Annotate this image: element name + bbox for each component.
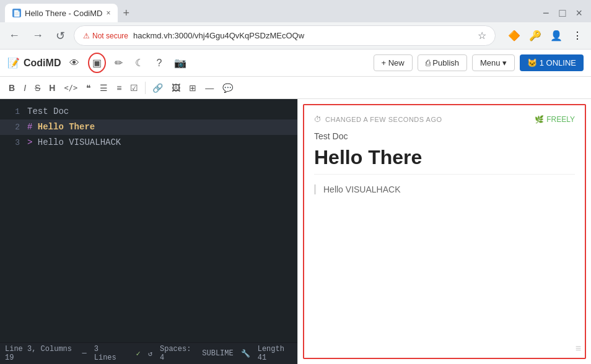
preview-doc-title: Test Doc: [314, 131, 575, 141]
heading-button[interactable]: H: [45, 80, 59, 95]
preview-blockquote: Hello VISUALHACK: [314, 184, 575, 194]
ul-button[interactable]: ☰: [96, 80, 112, 95]
browser-actions: 🔶 🔑 👤 ⋮: [506, 27, 586, 45]
blockquote-text: Hello VISUALHACK: [323, 184, 401, 194]
status-wrench-icon: 🔧: [241, 349, 250, 358]
refresh-button[interactable]: ↺: [52, 27, 69, 45]
online-button[interactable]: 🐱 1 ONLINE: [520, 54, 584, 71]
main-content: 1 Test Doc 2 # Hello There 3 > Hello VIS…: [0, 99, 591, 364]
browser-tab[interactable]: 📄 Hello There - CodiMD ×: [5, 4, 118, 22]
edit-button[interactable]: ✏: [111, 53, 126, 72]
tab-close-button[interactable]: ×: [106, 9, 110, 17]
app-logo: 📝 CodiMD: [7, 57, 61, 69]
close-window-button[interactable]: ×: [572, 4, 586, 22]
preview-meta-left: ⏱ CHANGED A FEW SECONDS AGO: [314, 115, 442, 124]
title-bar: 📄 Hello There - CodiMD × + − □ ×: [0, 0, 591, 22]
help-button[interactable]: ?: [152, 54, 165, 72]
editor-pane[interactable]: 1 Test Doc 2 # Hello There 3 > Hello VIS…: [0, 99, 297, 364]
line-content-2: # Hello There: [27, 120, 292, 134]
ol-button[interactable]: ≡: [113, 80, 125, 95]
logo-icon: 📝: [7, 57, 20, 69]
menu-button[interactable]: Menu ▾: [472, 54, 515, 71]
status-mode: SUBLIME: [202, 349, 233, 358]
editor-line-2: 2 # Hello There: [0, 119, 297, 135]
camera-button[interactable]: 📷: [170, 53, 190, 72]
status-position: Line 3, Columns 19: [5, 345, 75, 362]
forward-button[interactable]: →: [28, 27, 47, 45]
minimize-button[interactable]: −: [539, 4, 553, 22]
back-button[interactable]: ←: [5, 27, 24, 45]
new-tab-button[interactable]: +: [120, 4, 132, 22]
maximize-button[interactable]: □: [556, 4, 570, 22]
security-warning-icon: ⚠: [83, 32, 90, 40]
status-lines-sep: —: [82, 349, 87, 358]
table-button[interactable]: ⊞: [185, 80, 200, 95]
clock-icon: ⏱: [314, 115, 322, 124]
security-label: Not secure: [92, 32, 128, 40]
logo-text: CodiMD: [24, 58, 61, 69]
checkbox-button[interactable]: ☑: [126, 80, 142, 95]
view-button[interactable]: 👁: [66, 54, 83, 72]
new-button[interactable]: + New: [374, 54, 413, 71]
changed-label: CHANGED A FEW SECONDS AGO: [325, 116, 442, 123]
hr-button[interactable]: —: [201, 80, 217, 95]
editor-line-3: 3 > Hello VISUALHACK: [0, 135, 297, 150]
browser-chrome: 📄 Hello There - CodiMD × + − □ × ← → ↺ ⚠…: [0, 0, 591, 50]
line-content-3: > Hello VISUALHACK: [27, 136, 292, 149]
preview-outline: ⏱ CHANGED A FEW SECONDS AGO 🌿 FREELY Tes…: [303, 104, 586, 359]
strikethrough-button[interactable]: S: [31, 80, 44, 95]
status-undo-icon: ↺: [148, 349, 152, 358]
line-number-2: 2: [5, 121, 20, 134]
italic-button[interactable]: I: [20, 80, 30, 95]
extension3-button[interactable]: 👤: [548, 27, 565, 45]
nav-bar: ← → ↺ ⚠ Not secure hackmd.vh:3000/vhj4Gg…: [0, 22, 591, 50]
quote-button[interactable]: ❝: [82, 80, 95, 95]
preview-heading: Hello There: [314, 146, 575, 175]
dual-view-button[interactable]: ▣: [88, 53, 106, 73]
leaf-icon: 🌿: [535, 115, 544, 124]
extension2-button[interactable]: 🔑: [527, 27, 544, 45]
line-number-3: 3: [5, 137, 20, 150]
editor-line-1: 1 Test Doc: [0, 104, 297, 119]
editor-statusbar: Line 3, Columns 19 — 3 Lines ✓ ↺ Spaces:…: [0, 342, 297, 364]
image-button[interactable]: 🖼: [168, 80, 184, 95]
freely-label: FREELY: [546, 115, 575, 124]
bold-button[interactable]: B: [5, 80, 19, 95]
line-content-1: Test Doc: [27, 105, 292, 118]
status-lines: 3 Lines: [94, 345, 121, 362]
publish-button[interactable]: ⎙ Publish: [418, 54, 467, 71]
code-inline-button[interactable]: </>: [60, 81, 81, 95]
bookmark-button[interactable]: ☆: [478, 30, 486, 41]
preview-meta: ⏱ CHANGED A FEW SECONDS AGO 🌿 FREELY: [314, 115, 575, 124]
line-number-1: 1: [5, 106, 20, 119]
preview-pane: ⏱ CHANGED A FEW SECONDS AGO 🌿 FREELY Tes…: [297, 99, 591, 364]
night-mode-button[interactable]: ☾: [131, 53, 147, 72]
link-button[interactable]: 🔗: [149, 80, 167, 95]
app-header: 📝 CodiMD 👁 ▣ ✏ ☾ ? 📷 + New ⎙ Publish Men…: [0, 50, 591, 77]
browser-menu-button[interactable]: ⋮: [569, 27, 586, 45]
editor-toolbar: B I S H </> ❝ ☰ ≡ ☑ 🔗 🖼 ⊞ — 💬: [0, 77, 591, 99]
preview-scroll-hint: ≡: [576, 343, 581, 354]
address-bar[interactable]: ⚠ Not secure hackmd.vh:3000/vhj4Ggu4QvKq…: [74, 25, 496, 46]
header-right: + New ⎙ Publish Menu ▾ 🐱 1 ONLINE: [374, 54, 584, 71]
status-length: Length 41: [258, 345, 292, 362]
tab-title: Hello There - CodiMD: [25, 9, 102, 18]
status-spaces: Spaces: 4: [160, 345, 195, 362]
tab-favicon: 📄: [12, 9, 21, 17]
security-badge: ⚠ Not secure: [83, 32, 128, 40]
editor-content[interactable]: 1 Test Doc 2 # Hello There 3 > Hello VIS…: [0, 99, 297, 342]
extension1-button[interactable]: 🔶: [506, 27, 523, 45]
toolbar-divider-1: [145, 82, 146, 94]
comment-button[interactable]: 💬: [219, 80, 237, 95]
address-text: hackmd.vh:3000/vhj4Ggu4QvKqPSDzMEcOQw: [133, 31, 473, 40]
preview-freely: 🌿 FREELY: [535, 115, 575, 124]
status-check-icon: ✓: [136, 349, 141, 358]
